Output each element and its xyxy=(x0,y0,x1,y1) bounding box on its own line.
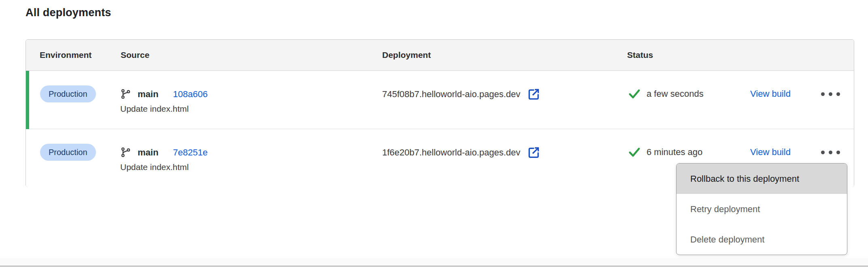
git-branch-icon xyxy=(120,89,131,100)
ellipsis-icon xyxy=(821,151,840,154)
commit-message: Update index.html xyxy=(120,162,189,172)
commit-link[interactable]: 7e8251e xyxy=(173,147,208,157)
external-link-icon[interactable] xyxy=(527,87,540,101)
row-context-menu: Rollback to this deployment Retry deploy… xyxy=(676,163,847,255)
source-cell: main 108a606 xyxy=(120,89,208,100)
column-header-source: Source xyxy=(121,50,149,60)
ellipsis-icon xyxy=(821,92,840,96)
status-time: a few seconds xyxy=(647,89,704,99)
menu-item-delete[interactable]: Delete deployment xyxy=(677,224,847,255)
git-branch-icon xyxy=(120,147,131,158)
view-build-link[interactable]: View build xyxy=(750,147,791,157)
status-cell: a few seconds xyxy=(628,88,704,100)
environment-cell: Production xyxy=(40,85,96,102)
row-menu-button[interactable] xyxy=(817,85,843,103)
deployment-url: 745f08b7.helloworld-aio.pages.dev xyxy=(382,89,520,99)
status-cell: 6 minutes ago xyxy=(628,146,702,158)
view-build-link[interactable]: View build xyxy=(750,89,791,99)
branch-name: main xyxy=(138,89,158,99)
column-header-environment: Environment xyxy=(40,50,91,60)
environment-badge: Production xyxy=(40,144,96,161)
status-time: 6 minutes ago xyxy=(647,147,702,157)
deployment-cell: 745f08b7.helloworld-aio.pages.dev xyxy=(382,87,540,101)
deployment-cell: 1f6e20b7.helloworld-aio.pages.dev xyxy=(382,146,540,159)
deployment-url: 1f6e20b7.helloworld-aio.pages.dev xyxy=(382,147,520,157)
table-header-row: Environment Source Deployment Status xyxy=(26,40,854,71)
source-cell: main 7e8251e xyxy=(120,147,208,158)
check-icon xyxy=(628,146,641,158)
branch-name: main xyxy=(138,147,158,157)
menu-item-retry[interactable]: Retry deployment xyxy=(677,194,847,224)
menu-item-rollback[interactable]: Rollback to this deployment xyxy=(677,164,847,194)
commit-message: Update index.html xyxy=(120,104,189,114)
commit-link[interactable]: 108a606 xyxy=(173,89,208,99)
external-link-icon[interactable] xyxy=(527,146,540,159)
check-icon xyxy=(628,88,641,100)
column-header-status: Status xyxy=(627,50,653,60)
table-row: Production main 108a606 Update index.htm… xyxy=(26,71,854,129)
row-menu-button[interactable] xyxy=(817,143,843,161)
section-divider xyxy=(0,258,868,267)
current-deployment-indicator xyxy=(26,71,29,129)
column-header-deployment: Deployment xyxy=(382,50,431,60)
environment-cell: Production xyxy=(40,144,96,161)
environment-badge: Production xyxy=(40,85,96,102)
page-title: All deployments xyxy=(26,6,111,19)
